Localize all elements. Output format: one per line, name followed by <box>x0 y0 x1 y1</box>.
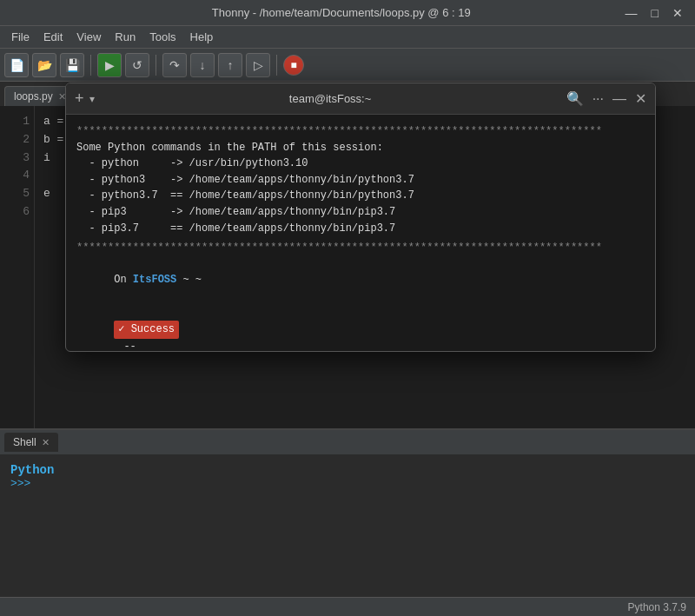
shell-tab-bar: Shell ✕ <box>0 430 695 454</box>
new-file-button[interactable]: 📄 <box>4 53 29 77</box>
terminal-on-line: On ItsFOSS ~ ~ <box>76 256 645 305</box>
line-number: 6 <box>4 203 30 222</box>
terminal-python3-info: - python3 -> /home/team/apps/thonny/bin/… <box>76 172 645 189</box>
menu-bar: File Edit View Run Tools Help <box>0 26 695 49</box>
terminal-pip3-info: - pip3 -> /home/team/apps/thonny/bin/pip… <box>76 204 645 221</box>
bottom-panel: Shell ✕ Python >>> <box>0 429 695 616</box>
terminal-stars-2: ****************************************… <box>76 240 645 256</box>
resume-button[interactable]: ▷ <box>246 53 270 77</box>
menu-tools[interactable]: Tools <box>142 29 182 45</box>
terminal-titlebar: + ▾ team@itsFoss:~ 🔍 ··· — ✕ <box>66 83 655 115</box>
terminal-minimize-button[interactable]: — <box>612 91 626 107</box>
line-numbers: 1 2 3 4 5 6 <box>0 106 35 428</box>
menu-help[interactable]: Help <box>183 29 221 45</box>
terminal-python-info: - python -> /usr/bin/python3.10 <box>76 156 645 172</box>
toolbar-separator-3 <box>276 55 277 76</box>
reload-button[interactable]: ↺ <box>125 53 149 77</box>
terminal-pip37-info: - pip3.7 == /home/team/apps/thonny/bin/p… <box>76 221 645 237</box>
terminal-title: team@itsFoss:~ <box>95 92 566 105</box>
success-badge: ✓ Success <box>114 321 179 339</box>
save-file-button[interactable]: 💾 <box>60 53 84 77</box>
itsfoss-label: ItsFOSS <box>133 274 176 286</box>
maximize-button[interactable]: □ <box>648 6 662 20</box>
line-number: 2 <box>4 131 30 149</box>
title-bar: Thonny - /home/team/Documents/loops.py @… <box>0 0 695 26</box>
terminal-more-icon[interactable]: ··· <box>592 91 604 107</box>
window-controls[interactable]: — □ ✕ <box>622 6 686 20</box>
toolbar: 📄 📂 💾 ▶ ↺ ↷ ↓ ↑ ▷ ■ <box>0 49 695 82</box>
terminal-info-header: Some Python commands in the PATH of this… <box>76 140 645 156</box>
python-prompt: >>> <box>10 477 685 490</box>
terminal-new-tab-button[interactable]: + <box>75 89 84 108</box>
line-number: 4 <box>4 167 30 185</box>
on-label: On <box>114 274 133 286</box>
menu-file[interactable]: File <box>4 29 36 45</box>
tab-label: loops.py <box>14 90 53 103</box>
shell-tab-close[interactable]: ✕ <box>42 437 50 448</box>
step-into-button[interactable]: ↓ <box>190 53 215 77</box>
status-bar: Python 3.7.9 <box>0 597 695 616</box>
line-number: 1 <box>4 113 30 131</box>
terminal-prompt-line: ✓ Success -- <box>76 305 645 351</box>
terminal-python37-info: - python3.7 == /home/team/apps/thonny/bi… <box>76 188 645 204</box>
toolbar-separator-2 <box>156 55 156 76</box>
terminal-close-button[interactable]: ✕ <box>635 90 646 107</box>
line-number: 3 <box>4 149 30 168</box>
open-file-button[interactable]: 📂 <box>32 53 56 77</box>
shell-tab-label: Shell <box>13 436 36 448</box>
python-version-label: Python 3.7.9 <box>628 601 686 613</box>
close-button[interactable]: ✕ <box>669 6 686 20</box>
menu-edit[interactable]: Edit <box>36 29 70 45</box>
stop-button[interactable]: ■ <box>283 55 304 76</box>
minimize-button[interactable]: — <box>622 6 641 20</box>
step-over-button[interactable]: ↷ <box>162 53 187 77</box>
step-out-button[interactable]: ↑ <box>218 53 242 77</box>
menu-view[interactable]: View <box>70 29 108 45</box>
shell-content: Python >>> <box>0 454 695 499</box>
menu-run[interactable]: Run <box>108 29 142 45</box>
line-number: 5 <box>4 185 30 203</box>
window-title: Thonny - /home/team/Documents/loops.py @… <box>61 6 622 19</box>
terminal-body[interactable]: ****************************************… <box>66 115 655 351</box>
prompt-suffix: -- <box>117 341 136 351</box>
terminal-window-controls: 🔍 ··· — ✕ <box>566 90 646 107</box>
tilde-label: ~ ~ <box>176 274 202 286</box>
toolbar-separator-1 <box>90 55 91 76</box>
python-label: Python <box>10 463 685 477</box>
terminal-stars-1: ****************************************… <box>76 123 645 140</box>
terminal-tab-controls: + ▾ <box>75 89 95 108</box>
terminal-window: + ▾ team@itsFoss:~ 🔍 ··· — ✕ ***********… <box>65 83 656 352</box>
shell-tab[interactable]: Shell ✕ <box>4 433 58 452</box>
terminal-search-icon[interactable]: 🔍 <box>566 90 584 107</box>
run-button[interactable]: ▶ <box>97 53 122 77</box>
